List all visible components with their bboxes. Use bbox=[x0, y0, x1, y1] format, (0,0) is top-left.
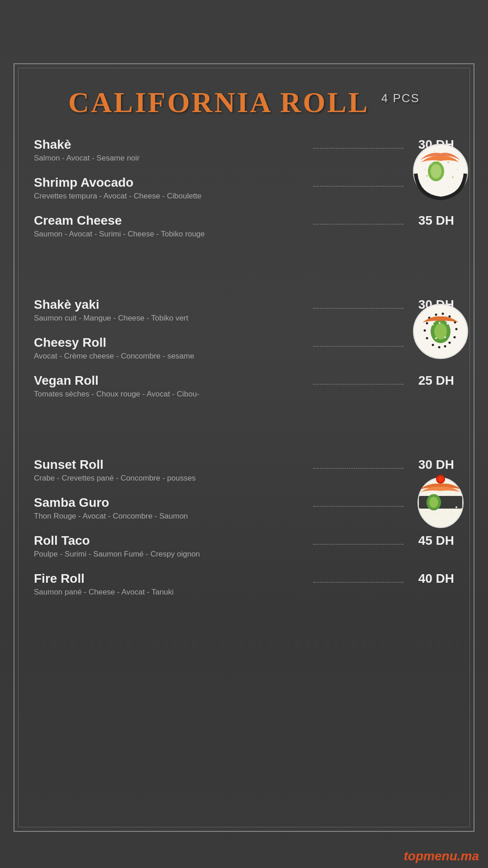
sushi-roll-svg-3 bbox=[411, 462, 470, 530]
svg-point-26 bbox=[449, 342, 451, 344]
svg-point-27 bbox=[426, 337, 428, 340]
svg-point-25 bbox=[454, 336, 456, 339]
title-pcs: 4 PCS bbox=[381, 91, 420, 105]
menu-item-cheesy-roll: Cheesy Roll Avocat - Crème cheese - Conc… bbox=[34, 335, 454, 361]
item-left: Sunset Roll Crabe - Crevettes pané - Con… bbox=[34, 458, 308, 483]
item-name: Sunset Roll bbox=[34, 458, 308, 472]
menu-item-sunset-roll: Sunset Roll Crabe - Crevettes pané - Con… bbox=[34, 458, 454, 483]
svg-point-28 bbox=[424, 330, 426, 332]
sushi-roll-svg-1 bbox=[411, 137, 470, 201]
item-name: Samba Guro bbox=[34, 495, 308, 510]
item-ingredients: Avocat - Crème cheese - Concombre - sesa… bbox=[34, 352, 308, 361]
menu-group-1: Shakè Salmon - Avocat - Sesame noir 30 D… bbox=[25, 137, 463, 239]
svg-point-35 bbox=[432, 324, 434, 326]
item-name: Vegan Roll bbox=[34, 373, 308, 388]
svg-point-29 bbox=[426, 322, 428, 325]
item-price: 25 DH bbox=[409, 373, 454, 388]
item-ingredients: Crevettes tempura - Avocat - Cheese - Ci… bbox=[34, 192, 308, 201]
menu-item-shake-yaki: Shakè yaki Saumon cuit - Mangue - Cheese… bbox=[34, 297, 454, 323]
menu-item-vegan-roll: Vegan Roll Tomates sèches - Choux rouge … bbox=[34, 373, 454, 399]
menu-item-fire-roll: Fire Roll Saumon pané - Cheese - Avocat … bbox=[34, 571, 454, 597]
svg-point-24 bbox=[455, 328, 458, 330]
item-dots bbox=[313, 186, 404, 187]
menu-item-samba-guro: Samba Guro Thon Rouge - Avocat - Concomb… bbox=[34, 495, 454, 521]
item-left: Samba Guro Thon Rouge - Avocat - Concomb… bbox=[34, 495, 308, 521]
watermark: topmenu.ma bbox=[404, 849, 479, 863]
item-dots bbox=[313, 384, 404, 385]
menu-item-shake: Shakè Salmon - Avocat - Sesame noir 30 D… bbox=[34, 137, 454, 163]
svg-point-39 bbox=[444, 336, 446, 338]
item-name: Roll Taco bbox=[34, 533, 308, 548]
item-ingredients: Saumon cuit - Mangue - Cheese - Tobiko v… bbox=[34, 314, 308, 323]
item-ingredients: Saumon pané - Cheese - Avocat - Tanuki bbox=[34, 588, 308, 597]
item-dots bbox=[313, 582, 404, 583]
item-left: Cheesy Roll Avocat - Crème cheese - Conc… bbox=[34, 335, 308, 361]
content-area: CALIFORNIA ROLL 4 PCS Shakè Salmon - Avo… bbox=[25, 72, 463, 823]
item-ingredients: Poulpe - Surimi - Saumon Fumé - Crespy o… bbox=[34, 550, 308, 559]
item-left: Vegan Roll Tomates sèches - Choux rouge … bbox=[34, 373, 308, 399]
sushi-image-group1 bbox=[411, 137, 470, 203]
menu-item-shrimp-avocado: Shrimp Avocado Crevettes tempura - Avoca… bbox=[34, 175, 454, 201]
item-name: Shakè yaki bbox=[34, 297, 308, 312]
item-ingredients: Thon Rouge - Avocat - Concombre - Saumon bbox=[34, 512, 308, 521]
svg-point-46 bbox=[437, 476, 444, 482]
item-dots bbox=[313, 346, 404, 347]
sushi-roll-svg-2 bbox=[411, 297, 470, 361]
item-ingredients: Crabe - Crevettes pané - Concombre - pou… bbox=[34, 474, 308, 483]
svg-point-15 bbox=[426, 175, 428, 177]
svg-point-12 bbox=[431, 163, 432, 165]
sushi-image-group2 bbox=[411, 297, 470, 363]
item-name: Cheesy Roll bbox=[34, 335, 308, 350]
svg-point-32 bbox=[444, 345, 446, 348]
svg-point-47 bbox=[426, 511, 428, 513]
svg-point-16 bbox=[452, 176, 454, 178]
svg-point-21 bbox=[442, 313, 444, 315]
menu-group-3: Sunset Roll Crabe - Crevettes pané - Con… bbox=[25, 458, 463, 597]
item-left: Shrimp Avocado Crevettes tempura - Avoca… bbox=[34, 175, 308, 201]
svg-point-37 bbox=[439, 322, 441, 324]
item-left: Cream Cheese Saumon - Avocat - Surimi - … bbox=[34, 213, 308, 239]
svg-point-44 bbox=[429, 497, 438, 508]
menu-item-cream-cheese: Cream Cheese Saumon - Avocat - Surimi - … bbox=[34, 213, 454, 239]
svg-point-48 bbox=[434, 513, 436, 515]
title-area: CALIFORNIA ROLL 4 PCS bbox=[25, 72, 463, 137]
menu-page: CALIFORNIA ROLL 4 PCS Shakè Salmon - Avo… bbox=[0, 0, 488, 868]
item-dots bbox=[313, 544, 404, 545]
menu-item-roll-taco: Roll Taco Poulpe - Surimi - Saumon Fumé … bbox=[34, 533, 454, 559]
main-title: CALIFORNIA ROLL 4 PCS bbox=[68, 86, 420, 119]
svg-point-49 bbox=[442, 514, 444, 516]
item-dots bbox=[313, 468, 404, 469]
svg-point-30 bbox=[432, 344, 434, 346]
item-price: 40 DH bbox=[409, 571, 454, 586]
svg-point-13 bbox=[447, 161, 449, 163]
menu-group-2: Shakè yaki Saumon cuit - Mangue - Cheese… bbox=[25, 297, 463, 399]
svg-point-11 bbox=[431, 164, 441, 179]
svg-point-50 bbox=[450, 512, 452, 514]
item-dots bbox=[313, 224, 404, 225]
item-name: Fire Roll bbox=[34, 571, 308, 586]
item-name: Shrimp Avocado bbox=[34, 175, 308, 190]
sushi-image-group3 bbox=[411, 462, 470, 532]
svg-point-14 bbox=[437, 160, 439, 162]
item-dots bbox=[313, 148, 404, 149]
item-left: Fire Roll Saumon pané - Cheese - Avocat … bbox=[34, 571, 308, 597]
svg-point-38 bbox=[435, 337, 437, 339]
item-ingredients: Salmon - Avocat - Sesame noir bbox=[34, 154, 308, 163]
item-dots bbox=[313, 308, 404, 309]
item-price: 45 DH bbox=[409, 533, 454, 548]
item-left: Roll Taco Poulpe - Surimi - Saumon Fumé … bbox=[34, 533, 308, 559]
item-name: Cream Cheese bbox=[34, 213, 308, 228]
item-price: 35 DH bbox=[409, 213, 454, 228]
svg-point-31 bbox=[438, 346, 441, 349]
item-dots bbox=[313, 506, 404, 507]
svg-point-51 bbox=[455, 506, 457, 508]
item-left: Shakè Salmon - Avocat - Sesame noir bbox=[34, 137, 308, 163]
svg-point-20 bbox=[435, 314, 437, 316]
item-name: Shakè bbox=[34, 137, 308, 152]
item-left: Shakè yaki Saumon cuit - Mangue - Cheese… bbox=[34, 297, 308, 323]
svg-point-36 bbox=[446, 323, 448, 325]
item-ingredients: Tomates sèches - Choux rouge - Avocat - … bbox=[34, 390, 308, 399]
item-ingredients: Saumon - Avocat - Surimi - Cheese - Tobi… bbox=[34, 230, 308, 239]
